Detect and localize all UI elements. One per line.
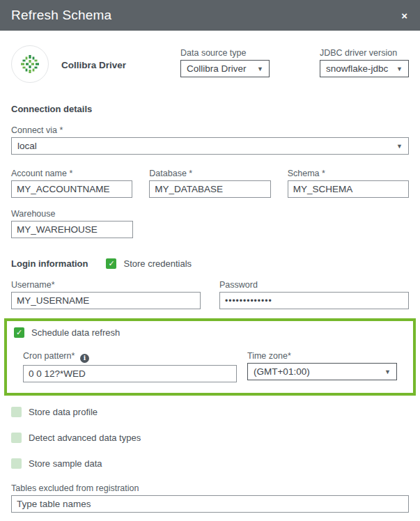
chevron-down-icon: ▼ bbox=[396, 143, 403, 150]
chevron-down-icon: ▼ bbox=[257, 65, 263, 72]
dialog-title: Refresh Schema bbox=[11, 8, 111, 23]
info-icon[interactable]: i bbox=[80, 354, 89, 363]
time-zone-select[interactable]: (GMT+01:00) ▼ bbox=[247, 363, 397, 380]
refresh-schema-dialog: Refresh Schema × bbox=[0, 0, 420, 521]
connect-via-label: Connect via * bbox=[11, 125, 409, 135]
close-icon[interactable]: × bbox=[401, 10, 407, 21]
cron-pattern-label-text: Cron pattern* bbox=[23, 351, 75, 361]
chevron-down-icon: ▼ bbox=[396, 65, 403, 72]
time-zone-label: Time zone* bbox=[247, 351, 397, 361]
login-information-heading: Login information bbox=[11, 258, 88, 269]
connect-via-select[interactable]: local ▼ bbox=[11, 137, 409, 155]
chevron-down-icon: ▼ bbox=[384, 368, 391, 375]
tables-excluded-field[interactable] bbox=[11, 495, 409, 513]
store-credentials-label: Store credentials bbox=[123, 258, 192, 269]
account-name-field[interactable] bbox=[11, 180, 132, 198]
connect-via-value: local bbox=[17, 141, 37, 151]
jdbc-version-value: snowflake-jdbc bbox=[326, 63, 388, 74]
collibra-logo bbox=[11, 45, 49, 83]
username-field[interactable] bbox=[11, 292, 201, 309]
driver-row: Collibra Driver Data source type Collibr… bbox=[11, 42, 409, 83]
data-source-type-label: Data source type bbox=[180, 48, 270, 58]
schema-field[interactable] bbox=[288, 180, 409, 198]
store-data-profile-checkbox[interactable]: Store data profile bbox=[11, 407, 409, 417]
tables-excluded-label: Tables excluded from registration bbox=[11, 483, 409, 493]
store-sample-data-checkbox[interactable]: Store sample data bbox=[11, 458, 409, 469]
cron-pattern-label: Cron pattern* i bbox=[23, 351, 237, 363]
checkbox-unchecked-icon bbox=[11, 407, 22, 417]
password-label: Password bbox=[219, 280, 409, 290]
checkbox-unchecked-icon bbox=[11, 458, 22, 469]
dialog-header: Refresh Schema × bbox=[0, 0, 420, 31]
username-label: Username* bbox=[11, 280, 201, 290]
store-sample-data-label: Store sample data bbox=[29, 458, 102, 469]
collibra-logo-icon bbox=[20, 54, 40, 75]
schedule-data-refresh-label: Schedule data refresh bbox=[31, 327, 120, 338]
jdbc-version-label: JDBC driver version bbox=[320, 48, 409, 58]
database-field[interactable] bbox=[149, 180, 270, 198]
password-field[interactable] bbox=[219, 292, 409, 309]
warehouse-field[interactable] bbox=[11, 221, 133, 238]
checkbox-checked-icon bbox=[106, 258, 116, 269]
store-data-profile-label: Store data profile bbox=[29, 407, 98, 417]
data-source-type-select[interactable]: Collibra Driver ▼ bbox=[180, 60, 270, 77]
time-zone-value: (GMT+01:00) bbox=[254, 366, 310, 377]
database-label: Database * bbox=[149, 169, 270, 178]
schedule-data-refresh-section: Schedule data refresh Cron pattern* i Ti… bbox=[4, 318, 416, 396]
driver-name: Collibra Driver bbox=[61, 60, 126, 70]
checkbox-unchecked-icon bbox=[11, 433, 22, 443]
jdbc-version-select[interactable]: snowflake-jdbc ▼ bbox=[320, 60, 409, 77]
warehouse-label: Warehouse bbox=[11, 209, 133, 219]
account-name-label: Account name * bbox=[11, 169, 132, 178]
detect-advanced-data-types-checkbox[interactable]: Detect advanced data types bbox=[11, 433, 409, 443]
store-credentials-checkbox[interactable]: Store credentials bbox=[106, 258, 192, 269]
cron-pattern-field[interactable] bbox=[23, 365, 237, 382]
detect-advanced-data-types-label: Detect advanced data types bbox=[29, 433, 141, 443]
checkbox-checked-icon bbox=[14, 327, 24, 338]
data-source-type-value: Collibra Driver bbox=[187, 63, 247, 74]
connection-details-heading: Connection details bbox=[11, 104, 409, 114]
schedule-data-refresh-checkbox[interactable]: Schedule data refresh bbox=[14, 327, 406, 338]
schema-label: Schema * bbox=[288, 169, 409, 178]
